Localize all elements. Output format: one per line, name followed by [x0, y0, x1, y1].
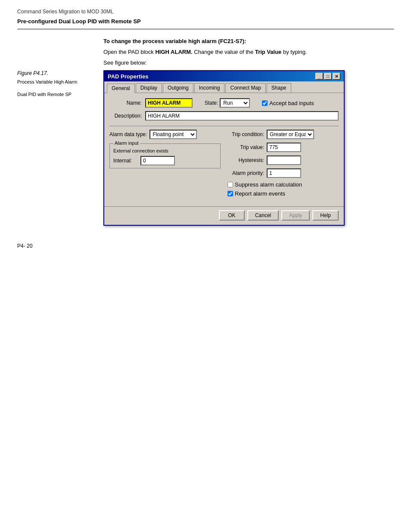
trip-condition-label: Trip condition: — [227, 131, 264, 137]
close-button[interactable]: ✕ — [333, 73, 340, 80]
titlebar-buttons: _ □ ✕ — [315, 73, 340, 80]
figure-row: Figure P4.17. Process Variable High Alar… — [17, 70, 394, 226]
tab-outgoing[interactable]: Outgoing — [163, 83, 193, 93]
breadcrumb: Command Series Migration to MOD 30ML — [17, 9, 394, 15]
alarm-priority-label: Alarm priority: — [227, 170, 264, 176]
page-number: P4- 20 — [17, 243, 32, 249]
tab-incoming[interactable]: Incoming — [194, 83, 225, 93]
trip-value-input[interactable] — [267, 143, 301, 152]
page-footer: P4- 20 — [17, 243, 394, 249]
accept-bad-inputs-label: Accept bad inputs — [269, 100, 314, 106]
alarm-data-type-select[interactable]: Floating point Integer Boolean — [149, 130, 197, 139]
accept-bad-inputs-group: Accept bad inputs — [262, 100, 314, 106]
cancel-button[interactable]: Cancel — [247, 210, 279, 221]
trip-value-row: Trip value: — [227, 143, 339, 152]
suppress-alarm-row: Suppress alarm calculation — [227, 181, 339, 188]
tab-connect-map[interactable]: Connect Map — [225, 83, 265, 93]
internal-row: Internal: — [113, 156, 217, 165]
trip-condition-row: Trip condition: Greater or Equal Less or… — [227, 130, 339, 139]
name-row: Name: State: Run Stop Accept bad inputs — [109, 98, 339, 108]
tab-general[interactable]: General — [107, 84, 135, 93]
suppress-alarm-label: Suppress alarm calculation — [235, 181, 302, 188]
state-label: State: — [205, 100, 218, 106]
alarm-priority-row: Alarm priority: — [227, 168, 339, 178]
instruction2-bold1: HIGH ALARM. — [155, 49, 192, 55]
description-input[interactable] — [145, 111, 339, 121]
instruction2-middle: Change the value of the — [193, 49, 255, 55]
page-container: Command Series Migration to MOD 30ML Pre… — [0, 0, 411, 258]
tab-shape[interactable]: Shape — [267, 83, 291, 93]
dialog-window: PAD Properties _ □ ✕ General Display Out… — [103, 70, 345, 226]
name-input[interactable] — [145, 98, 193, 108]
figure-title: Figure P4.17. — [17, 70, 95, 76]
instruction2-suffix: by typing. — [281, 49, 307, 55]
report-alarm-label: Report alarm events — [235, 190, 285, 197]
name-label: Name: — [109, 100, 142, 106]
instruction1: To change the process variable high alar… — [103, 38, 394, 44]
help-button[interactable]: Help — [312, 210, 339, 221]
tab-display[interactable]: Display — [136, 83, 162, 93]
description-row: Description: — [109, 111, 339, 121]
alarm-data-type-label: Alarm data type: — [109, 131, 147, 137]
accept-bad-inputs-checkbox[interactable] — [262, 100, 268, 106]
dialog-tabs: General Display Outgoing Incoming Connec… — [104, 81, 344, 93]
internal-label: Internal: — [113, 158, 137, 164]
instruction2-prefix: Open the PAD block — [103, 49, 155, 55]
dialog-footer: OK Cancel Apply Help — [104, 206, 344, 225]
separator — [109, 126, 339, 126]
right-panel: Trip condition: Greater or Equal Less or… — [227, 130, 339, 197]
description-label: Description: — [109, 113, 142, 119]
figure-desc2: Dual PID with Remote SP — [17, 91, 95, 98]
instruction3: See figure below: — [103, 59, 394, 66]
minimize-button[interactable]: _ — [315, 73, 323, 80]
report-alarm-row: Report alarm events — [227, 190, 339, 197]
section-title: Pre-configured Dual Loop PID with Remote… — [17, 18, 394, 25]
state-group: State: Run Stop — [205, 98, 250, 108]
suppress-alarm-checkbox[interactable] — [227, 182, 233, 187]
report-alarm-checkbox[interactable] — [227, 191, 233, 196]
ok-button[interactable]: OK — [219, 210, 245, 221]
divider — [17, 29, 394, 29]
hysteresis-label: Hysteresis: — [227, 157, 264, 163]
trip-value-label: Trip value: — [227, 144, 264, 150]
hysteresis-row: Hysteresis: — [227, 156, 339, 165]
maximize-button[interactable]: □ — [324, 73, 332, 80]
dialog-body: Name: State: Run Stop Accept bad inputs — [104, 93, 344, 206]
instruction2: Open the PAD block HIGH ALARM. Change th… — [103, 49, 394, 55]
left-panel: Alarm data type: Floating point Integer … — [109, 130, 221, 197]
alarm-input-ext-text: External connection exists — [113, 148, 217, 153]
instruction1-text: To change the process variable high alar… — [103, 38, 246, 44]
alarm-input-legend: Alarm input — [113, 140, 140, 146]
dialog-title: PAD Properties — [108, 73, 148, 80]
figure-desc1: Process Variable High Alarm — [17, 79, 95, 85]
alarm-data-row: Alarm data type: Floating point Integer … — [109, 130, 221, 139]
internal-input[interactable] — [140, 156, 175, 165]
dialog-titlebar: PAD Properties _ □ ✕ — [104, 71, 344, 81]
figure-label: Figure P4.17. Process Variable High Alar… — [17, 70, 95, 98]
state-select[interactable]: Run Stop — [220, 98, 250, 108]
middle-section: Alarm data type: Floating point Integer … — [109, 130, 339, 197]
alarm-input-group: Alarm input External connection exists I… — [109, 143, 221, 168]
trip-condition-select[interactable]: Greater or Equal Less or Equal Equal — [267, 130, 314, 139]
apply-button[interactable]: Apply — [281, 210, 310, 221]
alarm-priority-input[interactable] — [267, 168, 301, 178]
instruction2-bold2: Trip Value — [255, 49, 281, 55]
hysteresis-input[interactable] — [267, 156, 301, 165]
